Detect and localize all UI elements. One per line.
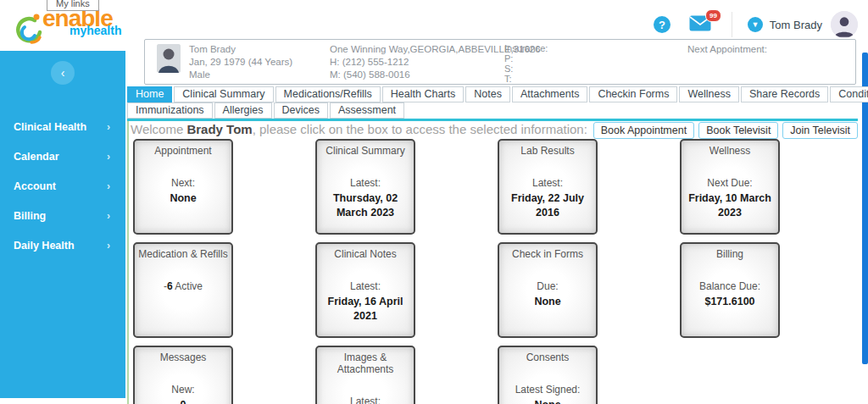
my-links-tooltip: My links: [47, 0, 99, 11]
tab-immunizations[interactable]: Immunizations: [127, 102, 213, 119]
patient-gender: Male: [189, 69, 292, 81]
tab-assessment[interactable]: Assessment: [330, 102, 404, 119]
brand-name-secondary: myhealth: [70, 25, 121, 36]
card-check-in-forms[interactable]: Check in Forms Due: None: [498, 242, 598, 338]
next-appointment-label: Next Appointment:: [687, 43, 767, 56]
insurance-secondary: S:: [504, 64, 548, 74]
sidebar-item-clinical-health[interactable]: Clinical Health ›: [0, 112, 125, 141]
sidebar: ‹ Clinical Health › Calendar › Account ›…: [0, 51, 125, 398]
book-televisit-button[interactable]: Book Televisit: [698, 122, 778, 139]
book-appointment-button[interactable]: Book Appointment: [593, 122, 694, 139]
tab-health-charts[interactable]: Health Charts: [382, 86, 464, 102]
welcome-patient-name: Brady Tom: [186, 122, 252, 136]
dashboard-cards: Appointment Next: None Clinical Summary …: [133, 139, 862, 404]
chevron-down-icon: ▼: [748, 17, 763, 32]
chevron-right-icon: ›: [107, 180, 110, 192]
sidebar-item-label: Billing: [14, 210, 46, 222]
tab-devices[interactable]: Devices: [274, 102, 328, 119]
user-avatar[interactable]: [831, 11, 858, 38]
tab-medications-refills[interactable]: Medications/Refills: [275, 86, 381, 102]
tab-notes[interactable]: Notes: [465, 86, 510, 102]
sidebar-item-calendar[interactable]: Calendar ›: [0, 141, 125, 171]
tabs-row-1: Home Clinical Summary Medications/Refill…: [127, 86, 868, 102]
insurance-tertiary: T:: [504, 74, 548, 84]
card-images-attachments[interactable]: Images & Attachments Latest: Friday, 22 …: [315, 346, 415, 404]
tab-wellness[interactable]: Wellness: [679, 86, 738, 102]
sidebar-item-label: Calendar: [14, 151, 59, 163]
join-televisit-button[interactable]: Join Televisit: [782, 122, 858, 139]
help-icon[interactable]: ?: [654, 16, 670, 33]
tabs-row-2: Immunizations Allergies Devices Assessme…: [127, 102, 404, 119]
sidebar-item-daily-health[interactable]: Daily Health ›: [0, 230, 125, 260]
welcome-message: Welcome Brady Tom, please click on the b…: [131, 122, 587, 136]
sidebar-item-billing[interactable]: Billing ›: [0, 201, 125, 230]
header-actions: ? 99 ▼ Tom Brady: [654, 11, 858, 38]
action-buttons: Book Appointment Book Televisit Join Tel…: [593, 122, 858, 139]
tab-allergies[interactable]: Allergies: [214, 102, 272, 119]
card-billing[interactable]: Billing Balance Due: $171.6100: [680, 242, 780, 338]
insurance-primary: P:: [504, 53, 548, 64]
chevron-right-icon: ›: [107, 151, 110, 163]
patient-dob: Jan, 29 1979 (44 Years): [189, 56, 292, 69]
patient-photo: [157, 44, 181, 73]
brand-logo-icon: [12, 12, 46, 53]
tab-conditions[interactable]: Conditions: [830, 86, 868, 102]
sidebar-item-label: Account: [14, 180, 56, 192]
sidebar-collapse-button[interactable]: ‹: [51, 61, 75, 85]
card-appointment[interactable]: Appointment Next: None: [133, 139, 233, 235]
tab-home[interactable]: Home: [127, 86, 172, 102]
card-lab-results[interactable]: Lab Results Latest: Friday, 22 July 2016: [498, 139, 598, 235]
user-menu[interactable]: ▼ Tom Brady: [748, 11, 858, 38]
tab-share-records[interactable]: Share Records: [741, 86, 828, 102]
card-clinical-summary[interactable]: Clinical Summary Latest: Thursday, 02 Ma…: [315, 139, 415, 235]
header-divider: [732, 12, 732, 37]
chevron-right-icon: ›: [107, 240, 110, 252]
tab-attachments[interactable]: Attachments: [512, 86, 587, 102]
patient-info-bar: Tom Brady Jan, 29 1979 (44 Years) Male O…: [144, 39, 856, 85]
chevron-right-icon: ›: [107, 121, 110, 133]
insurance-label: Insurance:: [504, 43, 548, 53]
content-left-divider: [127, 121, 129, 404]
tab-clinical-summary[interactable]: Clinical Summary: [174, 86, 273, 102]
patient-name: Tom Brady: [189, 43, 292, 56]
card-medication-refills[interactable]: Medication & Refills -6 Active: [133, 242, 233, 338]
card-messages[interactable]: Messages New: 0: [133, 346, 233, 404]
card-wellness[interactable]: Wellness Next Due: Friday, 10 March 2023: [680, 139, 780, 235]
sidebar-item-label: Clinical Health: [14, 121, 86, 133]
brand-logo: enable myhealth: [12, 7, 121, 53]
mail-unread-badge: 99: [705, 9, 721, 22]
messages-icon[interactable]: 99: [689, 15, 711, 35]
card-consents[interactable]: Consents Latest Signed: None: [498, 346, 598, 404]
header-user-name: Tom Brady: [770, 19, 822, 31]
chevron-right-icon: ›: [107, 210, 110, 222]
sidebar-item-account[interactable]: Account ›: [0, 171, 125, 201]
sidebar-item-label: Daily Health: [14, 240, 75, 252]
card-clinical-notes[interactable]: Clinical Notes Latest: Friday, 16 April …: [315, 242, 415, 338]
tab-checkin-forms[interactable]: Checkin Forms: [589, 86, 677, 102]
content-top-divider: [127, 119, 858, 121]
